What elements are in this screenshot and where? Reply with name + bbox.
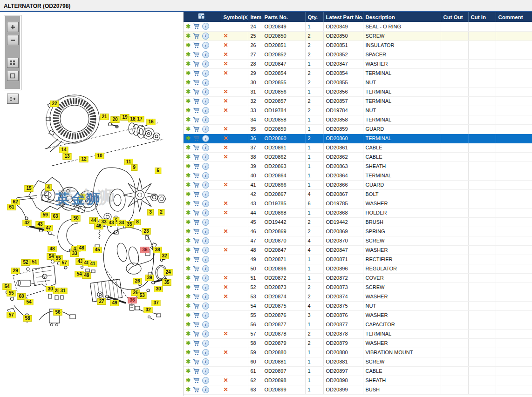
cart-icon[interactable] xyxy=(193,98,200,104)
table-row[interactable]: ✱ i ✕ 28 OD20847 1 OD20847 WASHER xyxy=(184,59,532,68)
diagram-label-37[interactable]: 37 xyxy=(151,300,160,306)
info-icon[interactable]: i xyxy=(202,23,209,30)
gear-icon[interactable]: ✱ xyxy=(186,117,191,122)
table-row[interactable]: ✱ i ✕ 48 OD20847 4 OD20847 WASHER xyxy=(184,245,532,255)
table-row[interactable]: ✱ i 54 OD20875 4 OD20875 NUT xyxy=(184,301,532,310)
cart-icon[interactable] xyxy=(193,182,200,188)
diagram-label-58[interactable]: 58 xyxy=(23,315,32,322)
gear-icon[interactable]: ✱ xyxy=(186,247,191,253)
cart-icon[interactable] xyxy=(193,154,200,160)
gear-icon[interactable]: ✱ xyxy=(186,173,191,178)
gear-icon[interactable]: ✱ xyxy=(186,312,191,318)
diagram-label-4[interactable]: 4 xyxy=(45,184,52,191)
info-icon[interactable]: i xyxy=(202,191,209,198)
gear-icon[interactable]: ✱ xyxy=(186,61,191,67)
table-row[interactable]: ✱ i ✕ 26 OD20851 2 OD20851 INSULATOR xyxy=(184,40,532,50)
info-icon[interactable]: i xyxy=(202,349,209,356)
gear-icon[interactable]: ✱ xyxy=(186,266,191,271)
cart-icon[interactable] xyxy=(193,201,200,207)
diagram-label-49[interactable]: 49 xyxy=(110,300,119,306)
gear-icon[interactable]: ✱ xyxy=(186,145,191,150)
info-icon[interactable]: i xyxy=(202,135,209,142)
cart-icon[interactable] xyxy=(193,359,200,365)
info-icon[interactable]: i xyxy=(202,265,209,272)
info-icon[interactable]: i xyxy=(202,377,209,384)
gear-icon[interactable]: ✱ xyxy=(186,294,191,299)
cart-icon[interactable] xyxy=(193,89,200,95)
table-row[interactable]: ✱ i ✕ 52 OD20873 2 OD20873 SCREW xyxy=(184,283,532,292)
table-row[interactable]: ✱ i 55 OD20876 3 OD20876 WASHER xyxy=(184,310,532,320)
diagram-label-47[interactable]: 47 xyxy=(44,225,53,231)
diagram-label-32[interactable]: 32 xyxy=(143,307,152,313)
table-row[interactable]: ✱ i ✕ 33 OD19784 2 OD19784 NUT xyxy=(184,106,532,115)
gear-icon[interactable]: ✱ xyxy=(186,340,191,346)
table-row[interactable]: ✱ i 47 OD20870 4 OD20870 SCREW xyxy=(184,236,532,245)
info-icon[interactable]: i xyxy=(202,303,209,310)
table-row[interactable]: ✱ i 39 OD20863 1 OD20863 SHEATH xyxy=(184,161,532,171)
info-icon[interactable]: i xyxy=(202,209,209,216)
table-row[interactable]: ✱ i ✕ 46 OD20869 2 OD20869 SPRING xyxy=(184,227,532,236)
table-row[interactable]: ✱ i 60 OD20881 1 OD20881 SCREW xyxy=(184,357,532,366)
diagram-label-23[interactable]: 23 xyxy=(142,228,150,235)
column-header-qty[interactable]: Qty. xyxy=(305,12,323,22)
cart-icon[interactable] xyxy=(193,247,200,253)
cart-icon[interactable] xyxy=(193,173,200,179)
diagram-label-21[interactable]: 21 xyxy=(100,114,109,120)
cart-icon[interactable] xyxy=(193,117,200,123)
diagram-label-55[interactable]: 55 xyxy=(7,290,15,296)
table-row[interactable]: ✱ i ✕ 27 OD20852 2 OD20852 SPACER xyxy=(184,50,532,59)
zoom-in-button[interactable] xyxy=(7,22,19,32)
diagram-label-61[interactable]: 61 xyxy=(7,204,16,210)
diagram-label-46[interactable]: 46 xyxy=(94,223,103,229)
info-icon[interactable]: i xyxy=(202,321,209,328)
cart-icon[interactable] xyxy=(193,266,200,272)
table-row[interactable]: ✱ i ✕ 62 OD20898 1 OD20898 SHEATH xyxy=(184,376,532,385)
info-icon[interactable]: i xyxy=(202,182,209,188)
diagram-label-56[interactable]: 56 xyxy=(53,309,62,316)
gear-icon[interactable]: ✱ xyxy=(186,238,191,243)
cart-icon[interactable] xyxy=(193,284,200,290)
table-row[interactable]: ✱ i 58 OD20879 2 OD20879 WASHER xyxy=(184,338,532,348)
table-row[interactable]: ✱ i ✕ 29 OD20854 2 OD20854 TERMINAL xyxy=(184,68,532,78)
table-row[interactable]: ✱ i ✕ 38 OD20862 1 OD20862 CABLE xyxy=(184,152,532,161)
info-icon[interactable]: i xyxy=(202,358,209,365)
table-row[interactable]: ✱ i 24 OD20849 1 OD20849 SEAL - O RING xyxy=(184,22,532,31)
diagram-label-27[interactable]: 27 xyxy=(97,298,106,305)
diagram-label-31[interactable]: 31 xyxy=(58,288,67,294)
zoom-out-button[interactable] xyxy=(7,35,19,45)
diagram-label-52[interactable]: 52 xyxy=(21,259,30,266)
diagram-label-59[interactable]: 59 xyxy=(41,212,49,218)
cart-icon[interactable] xyxy=(193,275,200,281)
gear-icon[interactable]: ✱ xyxy=(186,126,191,132)
cart-icon[interactable] xyxy=(193,294,200,300)
cart-icon[interactable] xyxy=(193,303,200,309)
diagram-label-30[interactable]: 30 xyxy=(154,286,163,292)
diagram-label-57[interactable]: 57 xyxy=(60,260,68,266)
info-icon[interactable]: i xyxy=(202,312,209,319)
image-search-column-header[interactable] xyxy=(184,12,221,22)
gear-icon[interactable]: ✱ xyxy=(186,387,191,392)
info-icon[interactable]: i xyxy=(202,88,209,95)
diagram-label-50[interactable]: 50 xyxy=(71,215,80,222)
cart-icon[interactable] xyxy=(193,312,200,318)
gear-icon[interactable]: ✱ xyxy=(186,303,191,309)
cart-icon[interactable] xyxy=(193,191,200,197)
info-icon[interactable]: i xyxy=(202,51,209,58)
cart-icon[interactable] xyxy=(193,210,200,216)
info-icon[interactable]: i xyxy=(202,107,209,114)
gear-icon[interactable]: ✱ xyxy=(186,359,191,364)
cart-icon[interactable] xyxy=(193,377,200,384)
column-header-comment[interactable]: Comment xyxy=(496,12,532,22)
diagram-label-8[interactable]: 8 xyxy=(134,219,141,225)
cart-icon[interactable] xyxy=(193,322,200,328)
gear-icon[interactable]: ✱ xyxy=(186,210,191,215)
gear-icon[interactable]: ✱ xyxy=(186,201,191,206)
diagram-label-2[interactable]: 2 xyxy=(158,209,164,215)
info-icon[interactable]: i xyxy=(202,61,209,67)
info-icon[interactable]: i xyxy=(202,172,209,179)
cart-icon[interactable] xyxy=(193,350,200,356)
table-row[interactable]: ✱ i 40 OD20864 1 OD20864 TERMINAL xyxy=(184,171,532,180)
info-icon[interactable]: i xyxy=(202,70,209,77)
cart-icon[interactable] xyxy=(193,80,200,86)
diagram-label-5[interactable]: 5 xyxy=(155,168,161,174)
